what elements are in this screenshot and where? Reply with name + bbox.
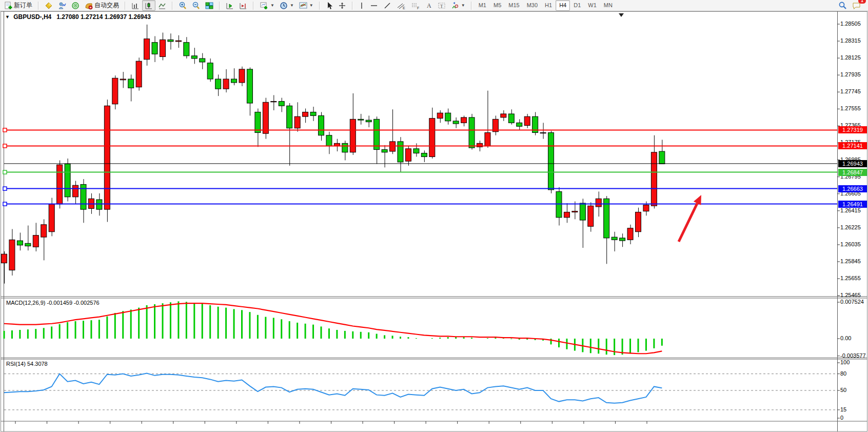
toolbar-separator	[38, 2, 39, 10]
crosshair-button[interactable]	[336, 0, 349, 11]
fibonacci-icon: F	[411, 2, 420, 10]
strategy-tester-button[interactable]	[69, 0, 82, 11]
bar-chart-icon	[131, 2, 140, 10]
price-tick-label: 1.25465	[840, 292, 861, 298]
auto-trading-button[interactable]: 自动交易	[82, 0, 122, 11]
timeframe-m1[interactable]: M1	[475, 0, 490, 11]
shift-marker	[619, 13, 624, 17]
rsi-line	[4, 374, 662, 403]
template-button[interactable]: ▼	[297, 0, 316, 11]
data-window-button[interactable]	[55, 0, 69, 11]
price-line-tag[interactable]: 1.27141	[838, 142, 867, 149]
text-button[interactable]: A	[423, 0, 435, 11]
notifications-button[interactable]: 1	[850, 0, 864, 11]
cursor-button[interactable]	[323, 0, 336, 11]
chart-window: ▼ GBPUSD-,H4 1.27080 1.27214 1.26937 1.2…	[0, 11, 868, 432]
rsi-tick-label: 100	[840, 359, 850, 365]
candlestick-chart-button[interactable]	[142, 0, 155, 11]
horizontal-line-button[interactable]	[367, 0, 381, 11]
market-watch-button[interactable]	[42, 0, 55, 11]
price-tick-label: 1.26415	[840, 207, 861, 213]
rsi-label: RSI(14) 54.3078	[6, 361, 48, 367]
annotation-arrow-shaft[interactable]	[679, 203, 697, 242]
chart-ohlc-values: 1.27080 1.27214 1.26937 1.26943	[56, 13, 151, 21]
svg-text:T: T	[440, 3, 443, 8]
price-tick-label: 1.28505	[840, 21, 861, 27]
add-indicator-button[interactable]: ▼	[257, 0, 277, 11]
chart-title: ▼ GBPUSD-,H4 1.27080 1.27214 1.26937 1.2…	[5, 13, 151, 21]
line-chart-button[interactable]	[155, 0, 169, 11]
auto-scroll-button[interactable]	[223, 0, 236, 11]
price-line-tag[interactable]: 1.27319	[838, 126, 867, 133]
macd-tick-label: -0.003577	[840, 352, 866, 359]
line-handle[interactable]	[3, 187, 7, 190]
timeframe-h4[interactable]: H4	[556, 0, 570, 11]
time-axis-ticks	[15, 421, 647, 424]
price-line-tag[interactable]: 1.26663	[838, 185, 867, 192]
shapes-icon	[451, 2, 459, 10]
new-order-button[interactable]: 新订单	[2, 0, 35, 11]
price-line-tag[interactable]: 1.26491	[838, 201, 867, 208]
line-handle[interactable]	[3, 144, 7, 148]
new-order-label: 新订单	[14, 1, 32, 10]
price-tick-label: 1.26225	[840, 224, 861, 230]
search-icon	[838, 1, 847, 10]
text-label-button[interactable]: T	[435, 0, 448, 11]
auto-trading-icon	[85, 2, 93, 10]
candlestick-chart-icon	[145, 2, 153, 10]
tile-windows-icon	[205, 2, 213, 10]
chart-shift-icon	[239, 2, 247, 10]
zoom-in-button[interactable]	[176, 0, 189, 11]
zoom-out-button[interactable]	[189, 0, 203, 11]
fibonacci-button[interactable]: F	[408, 0, 423, 11]
timeframe-w1[interactable]: W1	[584, 0, 600, 11]
price-line-tag[interactable]: 1.26847	[838, 169, 867, 176]
vertical-line-button[interactable]	[356, 0, 367, 11]
timeframe-d1[interactable]: D1	[570, 0, 584, 11]
line-handle[interactable]	[3, 128, 7, 132]
timeframe-h1[interactable]: H1	[541, 0, 556, 11]
periods-clock-button[interactable]: ▼	[277, 0, 297, 11]
line-handle[interactable]	[3, 170, 7, 174]
price-tick-label: 1.28315	[840, 37, 861, 44]
macd-tick-label: 0.007524	[840, 299, 864, 305]
line-chart-icon	[158, 2, 166, 10]
channel-button[interactable]: E	[394, 0, 408, 11]
chart-canvas[interactable]	[0, 11, 868, 432]
toolbar-separator	[172, 2, 173, 10]
macd-tick-label: 0.00	[840, 335, 851, 341]
timeframe-m5[interactable]: M5	[490, 0, 505, 11]
chevron-down-icon: ▼	[270, 3, 274, 8]
shapes-button[interactable]: ▼	[448, 0, 468, 11]
zoom-in-icon	[179, 2, 187, 10]
chart-dropdown-icon[interactable]: ▼	[5, 14, 10, 19]
template-chart-icon	[299, 2, 307, 10]
rsi-tick-label: 80	[840, 370, 846, 377]
toolbar-separator	[253, 2, 254, 10]
timeframe-m15[interactable]: M15	[505, 0, 523, 11]
price-tick-label: 1.27935	[840, 71, 861, 77]
macd-layer	[4, 301, 662, 355]
new-order-icon	[4, 2, 12, 10]
chevron-down-icon: ▼	[290, 3, 294, 8]
auto-trading-label: 自动交易	[94, 1, 119, 10]
rsi-tick-label: 0	[840, 415, 843, 421]
line-handle[interactable]	[3, 202, 7, 206]
timeframe-mn[interactable]: MN	[600, 0, 616, 11]
price-tick-label: 1.26035	[840, 241, 861, 247]
rsi-tick-label: 15	[840, 406, 846, 413]
chevron-down-icon: ▼	[309, 3, 313, 8]
timeframe-m30[interactable]: M30	[523, 0, 541, 11]
hlines-layer	[3, 128, 843, 206]
horizontal-line-icon	[370, 2, 378, 10]
tile-windows-button[interactable]	[203, 0, 216, 11]
bar-chart-button[interactable]	[129, 0, 142, 11]
text-label-icon: T	[438, 2, 446, 10]
cursor-icon	[326, 2, 333, 10]
chart-shift-button[interactable]	[236, 0, 250, 11]
price-tick-label: 1.25655	[840, 275, 861, 281]
trendline-button[interactable]	[381, 0, 394, 11]
periods-clock-icon	[280, 2, 288, 10]
search-button[interactable]	[836, 0, 850, 11]
chevron-down-icon: ▼	[461, 3, 465, 8]
